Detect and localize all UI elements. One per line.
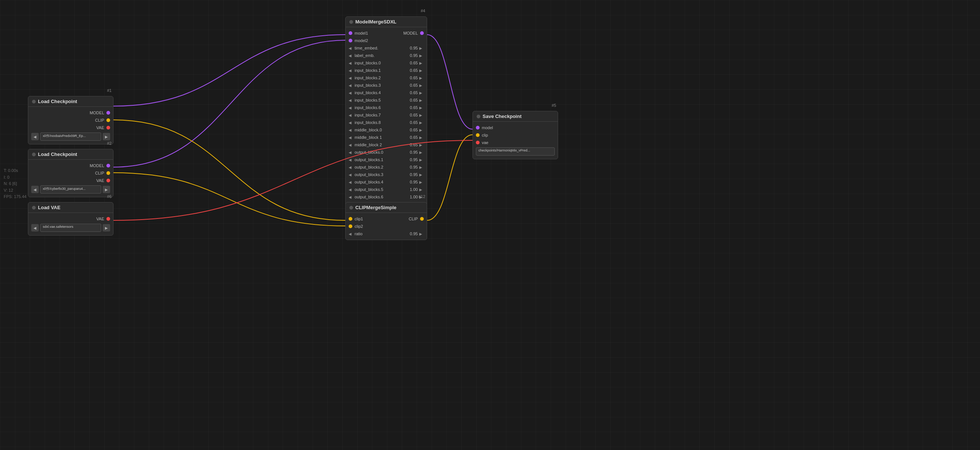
- node-save-checkpoint: #5 Save Checkpoint model clip vae checkp…: [473, 111, 558, 159]
- port-model-5-in: model: [473, 124, 558, 131]
- slider-input-0: ◀ input_blocks.0 0.65 ▶: [346, 59, 427, 67]
- widget-row-5: checkpoints/HarmoniqMix_vPred...: [473, 146, 558, 157]
- connection-node12-to-node5-clip: [427, 135, 473, 220]
- slider-output-5: ◀ output_blocks.5 1.00 ▶: [346, 186, 427, 193]
- node-title-12: CLIPMergeSimple: [355, 205, 397, 210]
- slider-input-3: ◀ input_blocks.3 0.65 ▶: [346, 81, 427, 89]
- stats-overlay: T: 0.00s I: 0 N: 6 [6] V: 12 FPS: 175.44: [4, 168, 26, 200]
- filename-pre-input[interactable]: checkpoints/HarmoniqMix_vPred...: [476, 147, 555, 156]
- port-model-1-out: MODEL: [28, 109, 113, 116]
- port-clip1-in: clip1 CLIP: [346, 215, 427, 223]
- slider-input-6: ◀ input_blocks.6 0.65 ▶: [346, 104, 427, 111]
- node-header-6: Load VAE: [28, 203, 113, 213]
- slider-middle-0: ◀ middle_block.0 0.65 ▶: [346, 126, 427, 134]
- slider-input-7: ◀ input_blocks.7 0.65 ▶: [346, 111, 427, 119]
- port-clip-5-in: clip: [473, 131, 558, 139]
- node-title-6: Load VAE: [38, 205, 60, 210]
- slider-input-5: ◀ input_blocks.5 0.65 ▶: [346, 96, 427, 104]
- node-id-4: #4: [421, 8, 425, 13]
- node-title-1: Load Checkpoint: [38, 99, 77, 104]
- slider-output-6: ◀ output_blocks.6 1.00 ▶: [346, 193, 427, 201]
- slider-input-8: ◀ input_blocks.8 0.65 ▶: [346, 119, 427, 126]
- node-load-checkpoint-1: #1 Load Checkpoint MODEL CLIP VAE ◀ xl/作…: [28, 96, 113, 144]
- node-title-5: Save Checkpoint: [482, 113, 522, 119]
- stat-v: V: 12: [4, 187, 26, 194]
- node-id-5: #5: [552, 103, 556, 108]
- vae-name-input[interactable]: sdxl.vae.safetensors: [40, 224, 101, 232]
- node-id-1: #1: [107, 88, 111, 93]
- slider-output-4: ◀ output_blocks.4 0.95 ▶: [346, 178, 427, 186]
- stat-fps: FPS: 175.44: [4, 193, 26, 200]
- widget-row-2: ◀ xl/作/cyberfix30_paruparu4... ▶: [28, 184, 113, 195]
- widget-row-6: ◀ sdxl.vae.safetensors ▶: [28, 223, 113, 233]
- widget-arrow-right-2[interactable]: ▶: [103, 186, 110, 193]
- widget-arrow-left-2[interactable]: ◀: [31, 186, 39, 193]
- widget-arrow-left-6[interactable]: ◀: [31, 224, 39, 231]
- node-status-dot-6: [32, 206, 36, 209]
- node-id-2: #2: [107, 141, 111, 145]
- port-vae-1-out: VAE: [28, 124, 113, 131]
- port-model2-in: model2: [346, 37, 427, 44]
- node-header-1: Load Checkpoint: [28, 96, 113, 107]
- connection-model1-to-node4: [113, 35, 345, 106]
- slider-input-2: ◀ input_blocks.2 0.65 ▶: [346, 74, 427, 81]
- node-status-dot-12: [349, 206, 353, 209]
- node-id-12: #12: [418, 194, 425, 199]
- slider-output-2: ◀ output_blocks.2 0.95 ▶: [346, 163, 427, 171]
- slider-middle-1: ◀ middle_block 1 0.65 ▶: [346, 134, 427, 141]
- node-title-2: Load Checkpoint: [38, 152, 77, 157]
- node-header-2: Load Checkpoint: [28, 149, 113, 160]
- slider-input-1: ◀ input_blocks.1 0.65 ▶: [346, 67, 427, 74]
- node-body-2: MODEL CLIP VAE ◀ xl/作/cyberfix30_parupar…: [28, 160, 113, 197]
- stat-n: N: 6 [6]: [4, 180, 26, 187]
- node-body-5: model clip vae checkpoints/HarmoniqMix_v…: [473, 122, 558, 159]
- stat-time: T: 0.00s: [4, 168, 26, 174]
- port-model-2-out: MODEL: [28, 162, 113, 169]
- node-title-4: ModelMergeSDXL: [355, 19, 397, 25]
- node-header-12: CLIPMergeSimple: [346, 203, 427, 213]
- node-clip-merge-simple: #12 CLIPMergeSimple clip1 CLIP clip2 ◀ r…: [345, 202, 427, 240]
- node-model-merge-sdxl: #4 ModelMergeSDXL model1 MODEL model2 ◀ …: [345, 16, 427, 225]
- node-body-1: MODEL CLIP VAE ◀ xl/作/noobaivPredv09R_Ep…: [28, 107, 113, 144]
- port-model1-in: model1 MODEL: [346, 29, 427, 37]
- connection-clip2-to-node12: [113, 173, 345, 226]
- widget-arrow-left-1[interactable]: ◀: [31, 133, 39, 140]
- widget-row-1: ◀ xl/作/noobaivPredv09R_Ep... ▶: [28, 131, 113, 142]
- connection-clip1-to-node12: [113, 120, 345, 220]
- node-status-dot-5: [477, 115, 480, 118]
- node-body-6: VAE ◀ sdxl.vae.safetensors ▶: [28, 213, 113, 235]
- slider-time-embed: ◀ time_embed. 0.95 ▶: [346, 44, 427, 52]
- node-body-12: clip1 CLIP clip2 ◀ ratio 0.95 ▶: [346, 213, 427, 240]
- widget-arrow-right-1[interactable]: ▶: [103, 133, 110, 140]
- connections-canvas: [0, 0, 980, 450]
- port-clip2-in: clip2: [346, 223, 427, 230]
- node-header-4: ModelMergeSDXL: [346, 17, 427, 27]
- slider-middle-2: ◀ middle_block 2 0.65 ▶: [346, 141, 427, 148]
- node-id-6: #6: [107, 194, 111, 199]
- slider-output-0: ◀ output_blocks.0 0.95 ▶: [346, 148, 427, 156]
- slider-label-emb: ◀ label_emb. 0.95 ▶: [346, 52, 427, 59]
- node-status-dot-1: [32, 100, 36, 104]
- port-vae-2-out: VAE: [28, 177, 113, 184]
- slider-input-4: ◀ input_blocks.4 0.65 ▶: [346, 89, 427, 96]
- port-clip-2-out: CLIP: [28, 169, 113, 177]
- node-status-dot-2: [32, 153, 36, 156]
- ckpt-name-input-1[interactable]: xl/作/noobaivPredv09R_Ep...: [40, 132, 101, 141]
- port-vae-5-in: vae: [473, 139, 558, 146]
- node-header-5: Save Checkpoint: [473, 111, 558, 122]
- widget-arrow-right-6[interactable]: ▶: [103, 224, 110, 231]
- connection-model2-to-node4: [113, 40, 345, 167]
- slider-output-1: ◀ output_blocks.1 0.95 ▶: [346, 156, 427, 163]
- stat-i: I: 0: [4, 174, 26, 181]
- node-load-checkpoint-2: #2 Load Checkpoint MODEL CLIP VAE ◀ xl/作…: [28, 149, 113, 197]
- slider-output-3: ◀ output_blocks.3 0.95 ▶: [346, 171, 427, 178]
- connection-node4-to-node5-model: [427, 35, 473, 129]
- slider-ratio: ◀ ratio 0.95 ▶: [346, 230, 427, 238]
- node-load-vae: #6 Load VAE VAE ◀ sdxl.vae.safetensors ▶: [28, 202, 113, 236]
- node-status-dot-4: [349, 20, 353, 24]
- ckpt-name-input-2[interactable]: xl/作/cyberfix30_paruparu4...: [40, 185, 101, 193]
- port-vae-6-out: VAE: [28, 215, 113, 223]
- node-body-4: model1 MODEL model2 ◀ time_embed. 0.95 ▶…: [346, 27, 427, 225]
- port-clip-1-out: CLIP: [28, 116, 113, 124]
